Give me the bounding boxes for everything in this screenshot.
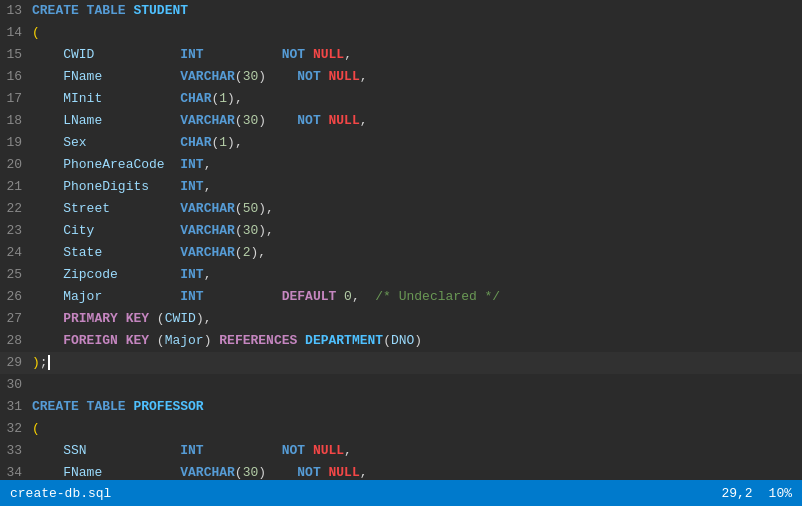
token [32, 135, 63, 150]
token [94, 47, 180, 62]
line-content: MInit CHAR(1), [32, 88, 802, 110]
token: ( [157, 311, 165, 326]
token: FName [63, 69, 102, 84]
token [32, 201, 63, 216]
token: NULL [329, 465, 360, 480]
token [165, 157, 181, 172]
scroll-percent: 10% [769, 486, 792, 501]
token: ), [250, 245, 266, 260]
token: City [63, 223, 94, 238]
token: , [204, 157, 212, 172]
token: Zipcode [63, 267, 118, 282]
line-content: ); [32, 352, 802, 374]
token: Street [63, 201, 110, 216]
code-editor[interactable]: 13CREATE TABLE STUDENT14(15 CWID INT NOT… [0, 0, 802, 480]
line-content: City VARCHAR(30), [32, 220, 802, 242]
line-number: 23 [0, 220, 32, 242]
code-line: 15 CWID INT NOT NULL, [0, 44, 802, 66]
token [204, 289, 282, 304]
token: SSN [63, 443, 86, 458]
line-content: LName VARCHAR(30) NOT NULL, [32, 110, 802, 132]
code-line: 30 [0, 374, 802, 396]
token: CWID [165, 311, 196, 326]
token [32, 47, 63, 62]
token: CHAR [180, 91, 211, 106]
token: 30 [243, 113, 259, 128]
token: VARCHAR [180, 69, 235, 84]
token: ) [258, 113, 297, 128]
line-number: 25 [0, 264, 32, 286]
token [118, 267, 180, 282]
token: LName [63, 113, 102, 128]
line-content: ( [32, 22, 802, 44]
token [32, 245, 63, 260]
token: , [204, 267, 212, 282]
token [32, 267, 63, 282]
line-number: 14 [0, 22, 32, 44]
token: ), [258, 201, 274, 216]
token: ) [258, 69, 297, 84]
code-line: 31CREATE TABLE PROFESSOR [0, 396, 802, 418]
token [32, 465, 63, 480]
token [102, 245, 180, 260]
line-number: 27 [0, 308, 32, 330]
token [32, 333, 63, 348]
line-number: 21 [0, 176, 32, 198]
token: CWID [63, 47, 94, 62]
line-content: Major INT DEFAULT 0, /* Undeclared */ [32, 286, 802, 308]
token: VARCHAR [180, 245, 235, 260]
token: DNO [391, 333, 414, 348]
token: VARCHAR [180, 113, 235, 128]
status-right: 29,2 10% [721, 486, 792, 501]
token [102, 91, 180, 106]
token: INT [180, 443, 203, 458]
line-number: 18 [0, 110, 32, 132]
line-number: 22 [0, 198, 32, 220]
token: PRIMARY KEY [63, 311, 157, 326]
token: Sex [63, 135, 86, 150]
token: ( [32, 25, 40, 40]
token [87, 443, 181, 458]
token: FName [63, 465, 102, 480]
token: PhoneAreaCode [63, 157, 164, 172]
line-number: 16 [0, 66, 32, 88]
token: ) [414, 333, 422, 348]
token: PROFESSOR [133, 399, 203, 414]
code-line: 13CREATE TABLE STUDENT [0, 0, 802, 22]
token: DEPARTMENT [305, 333, 383, 348]
code-line: 34 FName VARCHAR(30) NOT NULL, [0, 462, 802, 480]
token: 30 [243, 223, 259, 238]
line-content: FOREIGN KEY (Major) REFERENCES DEPARTMEN… [32, 330, 802, 352]
line-content: CREATE TABLE PROFESSOR [32, 396, 802, 418]
line-content: ( [32, 418, 802, 440]
line-number: 34 [0, 462, 32, 480]
line-content: FName VARCHAR(30) NOT NULL, [32, 462, 802, 480]
code-line: 25 Zipcode INT, [0, 264, 802, 286]
code-line: 21 PhoneDigits INT, [0, 176, 802, 198]
token: ) [32, 355, 40, 370]
code-line: 24 State VARCHAR(2), [0, 242, 802, 264]
token: CREATE TABLE [32, 399, 133, 414]
line-content: PRIMARY KEY (CWID), [32, 308, 802, 330]
token: ), [227, 91, 243, 106]
line-number: 19 [0, 132, 32, 154]
token: INT [180, 289, 203, 304]
code-line: 22 Street VARCHAR(50), [0, 198, 802, 220]
token: FOREIGN KEY [63, 333, 157, 348]
token: ( [235, 223, 243, 238]
token [32, 113, 63, 128]
token [102, 465, 180, 480]
line-content: State VARCHAR(2), [32, 242, 802, 264]
token: DEFAULT [282, 289, 344, 304]
line-content: Zipcode INT, [32, 264, 802, 286]
token: ; [40, 355, 50, 370]
position: 29,2 [721, 486, 752, 501]
token: /* Undeclared */ [375, 289, 500, 304]
token [32, 311, 63, 326]
code-area: 13CREATE TABLE STUDENT14(15 CWID INT NOT… [0, 0, 802, 480]
line-content: SSN INT NOT NULL, [32, 440, 802, 462]
code-line: 33 SSN INT NOT NULL, [0, 440, 802, 462]
token [102, 69, 180, 84]
token: NOT [297, 113, 328, 128]
statusbar: create-db.sql 29,2 10% [0, 480, 802, 506]
